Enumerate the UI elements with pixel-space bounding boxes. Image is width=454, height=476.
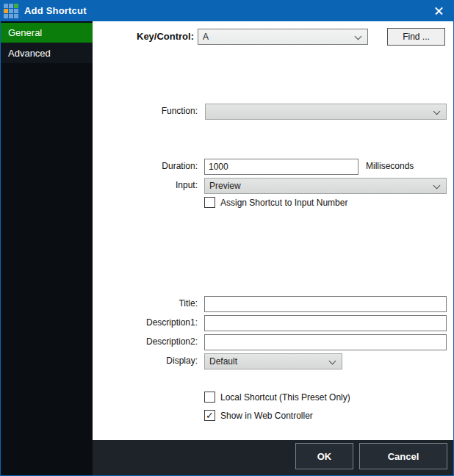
- checkbox-unchecked-icon: [204, 392, 215, 403]
- input-label: Input:: [118, 180, 198, 191]
- find-button[interactable]: Find ...: [387, 28, 445, 46]
- display-label: Display:: [118, 356, 198, 367]
- sidebar-item-general[interactable]: General: [1, 23, 93, 43]
- sidebar-item-label: Advanced: [8, 48, 51, 59]
- checkbox-label: Local Shortcut (This Preset Only): [220, 392, 350, 403]
- function-dropdown[interactable]: [205, 104, 447, 120]
- sidebar: General Advanced: [1, 21, 93, 476]
- chevron-down-icon: [329, 358, 336, 365]
- chevron-down-icon: [355, 33, 362, 40]
- cancel-button[interactable]: Cancel: [359, 443, 447, 469]
- footer-bar: OK Cancel: [93, 440, 454, 475]
- window-title: Add Shortcut: [24, 1, 87, 21]
- input-value: Preview: [209, 181, 241, 191]
- checkbox-label: Assign Shortcut to Input Number: [220, 198, 347, 208]
- chevron-down-icon: [433, 182, 441, 190]
- local-shortcut-checkbox[interactable]: Local Shortcut (This Preset Only): [204, 392, 350, 403]
- display-value: Default: [209, 356, 237, 367]
- title-input[interactable]: [204, 296, 447, 312]
- description2-label: Description2:: [118, 336, 198, 347]
- duration-input[interactable]: [204, 159, 358, 175]
- app-logo-icon: [4, 4, 18, 18]
- sidebar-item-label: General: [8, 27, 42, 38]
- description1-input[interactable]: [204, 315, 447, 331]
- assign-input-number-checkbox[interactable]: Assign Shortcut to Input Number: [204, 197, 347, 208]
- title-label: Title:: [118, 298, 198, 309]
- add-shortcut-dialog: Add Shortcut General Advanced Key/Contro…: [0, 0, 454, 476]
- duration-label: Duration:: [118, 161, 198, 172]
- close-icon: [434, 10, 444, 12]
- general-panel: [93, 21, 454, 440]
- ok-button[interactable]: OK: [295, 443, 353, 469]
- sidebar-item-advanced[interactable]: Advanced: [1, 43, 93, 63]
- display-dropdown[interactable]: Default: [204, 353, 342, 369]
- description1-label: Description1:: [118, 317, 198, 328]
- chevron-down-icon: [433, 108, 441, 115]
- show-in-web-controller-checkbox[interactable]: ✓ Show in Web Controller: [204, 410, 313, 421]
- checkbox-unchecked-icon: [204, 197, 215, 208]
- key-control-dropdown[interactable]: A: [198, 29, 368, 45]
- duration-unit-label: Milliseconds: [366, 161, 432, 172]
- title-bar[interactable]: Add Shortcut: [1, 1, 453, 21]
- checkbox-checked-icon: ✓: [204, 410, 215, 421]
- key-control-label: Key/Control:: [89, 31, 194, 42]
- close-button[interactable]: [424, 1, 453, 21]
- key-control-value: A: [203, 32, 209, 42]
- input-dropdown[interactable]: Preview: [204, 178, 447, 194]
- checkbox-label: Show in Web Controller: [220, 411, 313, 421]
- description2-input[interactable]: [204, 334, 447, 350]
- function-label: Function:: [118, 106, 198, 117]
